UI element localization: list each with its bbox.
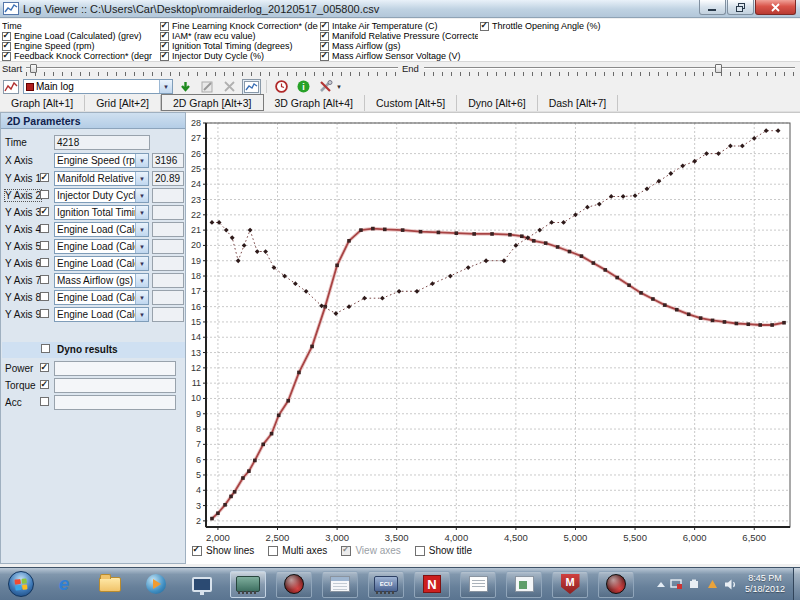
- y-axis-parameter-select[interactable]: Injector Duty Cycle (%) ▼: [54, 188, 149, 203]
- x-axis-parameter-select[interactable]: Engine Speed (rpm) ▼: [54, 153, 149, 168]
- ecu-app-taskbar-button[interactable]: ECU: [368, 571, 404, 598]
- y-axis-checkbox[interactable]: [40, 292, 49, 301]
- graph-option-item[interactable]: Multi axes: [268, 545, 327, 556]
- checkbox[interactable]: [480, 22, 489, 31]
- parameter-checkbox-item[interactable]: Mass Airflow Sensor Voltage (V): [320, 51, 478, 61]
- y-axis-parameter-select[interactable]: Engine Load (Calculated ▼: [54, 290, 149, 305]
- y-axis-checkbox[interactable]: [40, 241, 49, 250]
- chevron-down-icon[interactable]: ▼: [135, 308, 148, 321]
- chevron-down-icon[interactable]: ▼: [135, 172, 148, 185]
- end-slider-thumb[interactable]: [715, 64, 722, 73]
- chevron-down-icon[interactable]: ▼: [135, 189, 148, 202]
- checkbox[interactable]: [2, 52, 11, 61]
- chevron-down-icon[interactable]: ▼: [135, 257, 148, 270]
- start-slider[interactable]: [26, 64, 398, 76]
- minimize-button[interactable]: [699, 0, 726, 15]
- checkbox[interactable]: [160, 42, 169, 51]
- y-axis-checkbox[interactable]: [40, 173, 49, 182]
- y-axis-parameter-select[interactable]: Engine Load (Calculated ▼: [54, 222, 149, 237]
- view-tab[interactable]: Graph [Alt+1]: [0, 95, 85, 111]
- y-axis-parameter-select[interactable]: Mass Airflow (gs) ▼: [54, 273, 149, 288]
- spreadsheet-app-taskbar-button[interactable]: [322, 571, 358, 598]
- chevron-down-icon[interactable]: ▼: [135, 240, 148, 253]
- log-selector-combobox[interactable]: Main log ▼: [23, 79, 173, 94]
- 2d-graph-canvas[interactable]: 2345678910111213141516171819202122232425…: [186, 115, 798, 545]
- tray-update-icon[interactable]: [706, 578, 719, 591]
- romraider-chip-taskbar-button[interactable]: [230, 571, 266, 598]
- parameter-checkbox-item[interactable]: Fine Learning Knock Correction* (degrees…: [160, 21, 318, 31]
- desktop-app-icon[interactable]: [184, 571, 220, 598]
- show-desktop-button[interactable]: [793, 568, 800, 600]
- dyno-row-checkbox[interactable]: [40, 363, 49, 372]
- end-slider-track[interactable]: [424, 67, 795, 69]
- y-axis-parameter-select[interactable]: Ignition Total Timing (de ▼: [54, 205, 149, 220]
- start-button[interactable]: [4, 570, 38, 598]
- start-slider-thumb[interactable]: [30, 64, 37, 73]
- view-tab[interactable]: 2D Graph [Alt+3]: [161, 94, 264, 111]
- checkbox[interactable]: [320, 42, 329, 51]
- y-axis-parameter-select[interactable]: Engine Load (Calculated ▼: [54, 256, 149, 271]
- y-axis-checkbox[interactable]: [40, 309, 49, 318]
- chevron-down-icon[interactable]: ▼: [159, 80, 172, 93]
- view-tab[interactable]: Dash [Alt+7]: [538, 95, 619, 111]
- checkbox[interactable]: [192, 546, 202, 556]
- tray-volume-icon[interactable]: [724, 578, 737, 591]
- edit-log-button[interactable]: [198, 79, 217, 95]
- titlebar[interactable]: Log Viewer :: C:\Users\Car\Desktop\romra…: [0, 0, 800, 18]
- view-tab[interactable]: Dyno [Alt+6]: [457, 95, 538, 111]
- tray-security-icon[interactable]: [670, 578, 683, 591]
- y-axis-parameter-select[interactable]: Engine Load (Calculated ▼: [54, 307, 149, 322]
- chevron-down-icon[interactable]: ▼: [135, 206, 148, 219]
- dyno-row-checkbox[interactable]: [40, 397, 49, 406]
- parameter-checkbox-item[interactable]: Ignition Total Timing (degrees): [160, 41, 318, 51]
- parameter-checkbox-item[interactable]: Time: [2, 21, 152, 31]
- close-button[interactable]: [755, 0, 796, 15]
- end-slider[interactable]: [424, 64, 795, 76]
- tray-battery-icon[interactable]: [688, 578, 701, 591]
- checkbox[interactable]: [320, 32, 329, 41]
- parameter-checkbox-item[interactable]: Intake Air Temperature (C): [320, 21, 478, 31]
- checkbox[interactable]: [320, 22, 329, 31]
- parameter-checkbox-item[interactable]: Throttle Opening Angle (%): [480, 21, 640, 31]
- dyno-results-checkbox[interactable]: [41, 344, 50, 353]
- checkbox[interactable]: [415, 546, 425, 556]
- add-log-button[interactable]: [176, 79, 195, 95]
- y-axis-checkbox[interactable]: [40, 207, 49, 216]
- y-axis-checkbox[interactable]: [40, 258, 49, 267]
- start-slider-track[interactable]: [26, 67, 398, 69]
- sphere-app-taskbar-button-2[interactable]: [598, 571, 634, 598]
- checkbox[interactable]: [268, 546, 278, 556]
- chevron-down-icon[interactable]: ▼: [135, 223, 148, 236]
- parameter-checkbox-item[interactable]: Injector Duty Cycle (%): [160, 51, 318, 61]
- checkbox[interactable]: [2, 42, 11, 51]
- checkbox[interactable]: [2, 32, 11, 41]
- remove-log-button[interactable]: [220, 79, 239, 95]
- info-button[interactable]: i: [294, 79, 313, 95]
- y-axis-checkbox[interactable]: [40, 275, 49, 284]
- parameter-checkbox-item[interactable]: Engine Speed (rpm): [2, 41, 152, 51]
- view-tab[interactable]: 3D Graph [Alt+4]: [264, 95, 366, 111]
- view-tab[interactable]: Grid [Alt+2]: [85, 95, 161, 111]
- graph-option-item[interactable]: View axes: [341, 545, 400, 556]
- graph-view-toggle-button[interactable]: [242, 79, 261, 95]
- checkbox[interactable]: [341, 546, 351, 556]
- clock[interactable]: 8:45 PM 5/18/2012: [742, 573, 788, 595]
- media-player-icon[interactable]: [138, 571, 174, 598]
- parameter-checkbox-item[interactable]: Engine Load (Calculated) (grev): [2, 31, 152, 41]
- checkbox[interactable]: [320, 52, 329, 61]
- notes-app-taskbar-button[interactable]: [460, 571, 496, 598]
- parameter-checkbox-item[interactable]: IAM* (raw ecu value): [160, 31, 318, 41]
- tray-expand-icon[interactable]: [657, 582, 665, 587]
- playback-clock-button[interactable]: [272, 79, 291, 95]
- n-app-taskbar-button[interactable]: N: [414, 571, 450, 598]
- checkbox[interactable]: [160, 32, 169, 41]
- restore-button[interactable]: [727, 0, 754, 15]
- chevron-down-icon[interactable]: ▼: [135, 274, 148, 287]
- folder-icon[interactable]: [92, 571, 128, 598]
- parameter-checkbox-item[interactable]: Manifold Relative Pressure (Corrected) (…: [320, 31, 478, 41]
- dyno-row-checkbox[interactable]: [40, 380, 49, 389]
- settings-chevron-down-icon[interactable]: ▼: [336, 84, 342, 90]
- y-axis-parameter-select[interactable]: Engine Load (Calculated ▼: [54, 239, 149, 254]
- settings-tools-button[interactable]: [316, 79, 335, 95]
- graph-option-item[interactable]: Show title: [415, 545, 472, 556]
